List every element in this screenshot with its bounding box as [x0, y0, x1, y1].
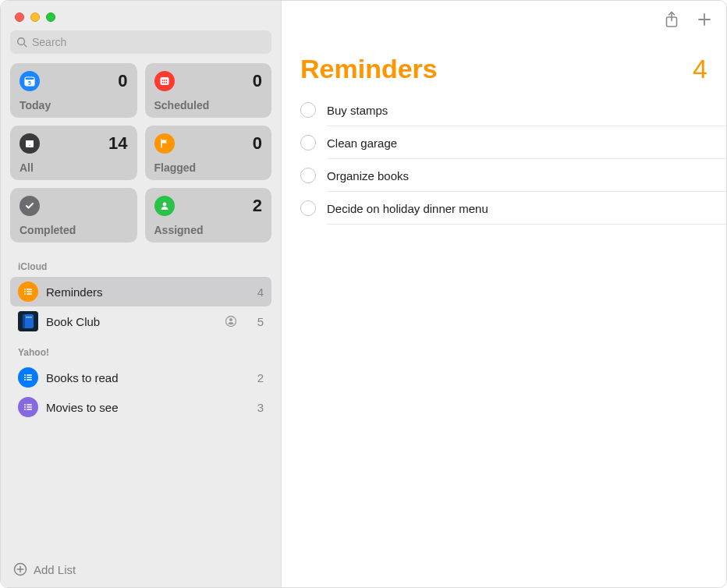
- search-field-wrapper[interactable]: [10, 30, 271, 54]
- svg-point-13: [162, 203, 166, 207]
- smart-list-all-count: 14: [108, 133, 127, 154]
- list-header: Reminders 4: [282, 38, 726, 90]
- search-icon: [16, 37, 27, 48]
- account-lists-icloud: Reminders 4 Book Club 5: [1, 277, 281, 336]
- flag-icon: [154, 133, 175, 154]
- svg-line-1: [24, 44, 27, 47]
- fullscreen-window-button[interactable]: [46, 12, 55, 22]
- sidebar-list-count: 4: [248, 285, 264, 299]
- svg-point-25: [24, 374, 26, 376]
- list-bullet-icon: [18, 282, 38, 302]
- svg-rect-30: [27, 379, 32, 380]
- shared-icon: [225, 315, 237, 328]
- svg-point-9: [165, 80, 167, 81]
- svg-rect-28: [27, 377, 32, 377]
- sidebar-list-label: Reminders: [46, 285, 240, 299]
- main-panel: Reminders 4 Buy stamps Clean garage Orga…: [282, 1, 726, 587]
- smart-list-assigned-count: 2: [253, 196, 262, 216]
- list-bullet-icon: [18, 367, 38, 388]
- complete-toggle[interactable]: [300, 168, 316, 183]
- svg-point-29: [24, 379, 26, 381]
- account-header: Yahoo!: [1, 336, 281, 363]
- sidebar-list-label: Book Club: [46, 315, 217, 328]
- svg-point-35: [24, 409, 26, 410]
- smart-list-scheduled-label: Scheduled: [154, 99, 263, 112]
- smart-lists-grid: 5 0 Today 0 Scheduled: [1, 63, 281, 250]
- svg-point-27: [24, 377, 26, 378]
- app-window: 5 0 Today 0 Scheduled: [0, 0, 727, 588]
- sidebar-list-book-club[interactable]: Book Club 5: [10, 306, 271, 336]
- reminder-row[interactable]: Clean garage: [297, 126, 726, 159]
- sidebar-list-reminders[interactable]: Reminders 4: [10, 277, 271, 306]
- svg-rect-34: [27, 406, 32, 407]
- sidebar-list-count: 3: [248, 401, 264, 414]
- sidebar-list-movies-to-see[interactable]: Movies to see 3: [10, 392, 271, 422]
- list-bullet-icon: [18, 397, 38, 417]
- smart-list-completed-label: Completed: [20, 224, 128, 236]
- svg-point-7: [161, 80, 163, 81]
- share-button[interactable]: [664, 11, 679, 28]
- svg-rect-6: [160, 77, 168, 85]
- search-input[interactable]: [32, 36, 265, 48]
- smart-list-today-label: Today: [20, 99, 128, 112]
- minimize-window-button[interactable]: [30, 12, 40, 22]
- svg-point-31: [24, 404, 26, 406]
- toolbar: [282, 1, 726, 38]
- reminder-row[interactable]: Buy stamps: [297, 94, 726, 126]
- complete-toggle[interactable]: [300, 200, 316, 216]
- svg-rect-32: [27, 404, 32, 405]
- calendar-icon: [154, 71, 175, 91]
- list-total-count: 4: [693, 54, 707, 84]
- svg-point-24: [229, 318, 232, 321]
- smart-list-today[interactable]: 5 0 Today: [10, 63, 137, 118]
- svg-rect-21: [23, 314, 25, 328]
- smart-list-today-count: 0: [118, 71, 127, 91]
- svg-point-33: [24, 406, 26, 408]
- svg-rect-22: [26, 317, 32, 318]
- svg-point-18: [24, 293, 26, 295]
- book-icon: [18, 311, 38, 331]
- smart-list-scheduled[interactable]: 0 Scheduled: [145, 63, 272, 118]
- sidebar-list-count: 2: [248, 371, 264, 384]
- svg-point-16: [24, 291, 26, 292]
- svg-rect-17: [27, 291, 32, 292]
- search-container: [1, 30, 281, 63]
- smart-list-assigned[interactable]: 2 Assigned: [145, 188, 272, 243]
- svg-rect-26: [27, 374, 32, 375]
- svg-rect-36: [27, 409, 32, 409]
- sidebar: 5 0 Today 0 Scheduled: [1, 1, 282, 587]
- add-list-label: Add List: [34, 563, 76, 576]
- reminder-items: Buy stamps Clean garage Organize books D…: [282, 90, 726, 225]
- sidebar-list-books-to-read[interactable]: Books to read 2: [10, 363, 271, 392]
- reminder-title: Organize books: [327, 169, 409, 182]
- svg-point-12: [165, 82, 167, 83]
- reminder-row[interactable]: Organize books: [297, 159, 726, 192]
- smart-list-all-label: All: [20, 161, 128, 174]
- reminder-row[interactable]: Decide on holiday dinner menu: [297, 192, 726, 225]
- svg-point-10: [161, 82, 163, 83]
- plus-icon: [697, 12, 712, 27]
- svg-rect-15: [27, 289, 32, 289]
- smart-list-completed[interactable]: 0 Completed: [10, 188, 137, 243]
- smart-list-all[interactable]: 14 All: [10, 126, 137, 180]
- svg-text:5: 5: [28, 80, 31, 86]
- smart-list-flagged-count: 0: [253, 133, 262, 154]
- reminder-title: Decide on holiday dinner menu: [327, 202, 488, 215]
- close-window-button[interactable]: [15, 12, 24, 22]
- sidebar-list-count: 5: [248, 315, 264, 328]
- smart-list-assigned-label: Assigned: [154, 224, 263, 236]
- svg-point-14: [24, 289, 26, 290]
- smart-list-flagged-label: Flagged: [154, 161, 263, 174]
- list-title: Reminders: [300, 54, 438, 84]
- svg-point-11: [164, 82, 165, 83]
- smart-list-flagged[interactable]: 0 Flagged: [145, 126, 272, 180]
- complete-toggle[interactable]: [300, 102, 316, 118]
- add-reminder-button[interactable]: [697, 12, 712, 27]
- reminder-title: Buy stamps: [327, 104, 388, 117]
- window-controls: [1, 1, 281, 30]
- complete-toggle[interactable]: [300, 135, 316, 151]
- add-list-button[interactable]: Add List: [1, 553, 281, 587]
- svg-rect-19: [27, 293, 32, 294]
- svg-point-8: [164, 80, 165, 81]
- tray-icon: [20, 133, 40, 154]
